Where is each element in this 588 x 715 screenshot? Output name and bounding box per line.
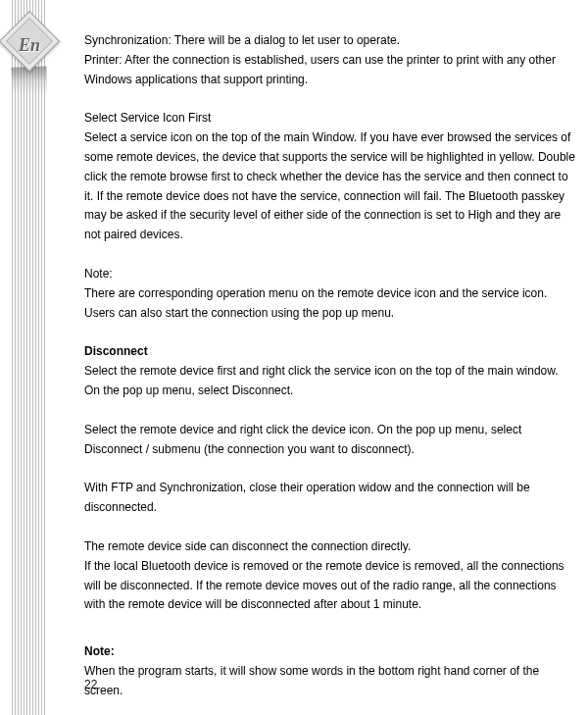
side-decoration: En [12, 0, 47, 715]
stripe-pattern [12, 0, 47, 715]
blank-line [84, 459, 576, 479]
paragraph-select-service: Select a service icon on the top of the … [84, 128, 576, 245]
page-number: 22 [84, 676, 97, 695]
blank-line [84, 635, 576, 642]
blank-line [84, 518, 576, 537]
blank-line [84, 401, 576, 421]
paragraph-remote-side: The remote device side can disconnect th… [84, 537, 576, 557]
paragraph-printer: Printer: After the connection is establi… [84, 51, 576, 90]
note-text-1: There are corresponding operation menu o… [84, 284, 576, 324]
note-label-2: Note: [84, 642, 576, 662]
heading-disconnect: Disconnect [84, 342, 576, 362]
blank-line [84, 89, 576, 109]
document-page: En Synchronization: There will be a dial… [0, 0, 588, 715]
blank-line [84, 245, 576, 265]
paragraph-ftp-sync: With FTP and Synchronization, close thei… [84, 479, 576, 518]
note-text-2: When the program starts, it will show so… [84, 662, 576, 701]
badge-label: En [8, 31, 51, 61]
page-content: Synchronization: There will be a dialog … [84, 31, 576, 701]
note-label-1: Note: [84, 265, 576, 284]
blank-line [84, 323, 576, 342]
heading-select-service: Select Service Icon First [84, 109, 576, 128]
paragraph-remove: If the local Bluetooth device is removed… [84, 557, 576, 615]
paragraph-disconnect-2: Select the remote device and right click… [84, 421, 576, 460]
language-badge: En [8, 20, 51, 63]
blank-line [84, 615, 576, 635]
paragraph-sync: Synchronization: There will be a dialog … [84, 31, 576, 51]
paragraph-disconnect-1: Select the remote device first and right… [84, 362, 576, 401]
